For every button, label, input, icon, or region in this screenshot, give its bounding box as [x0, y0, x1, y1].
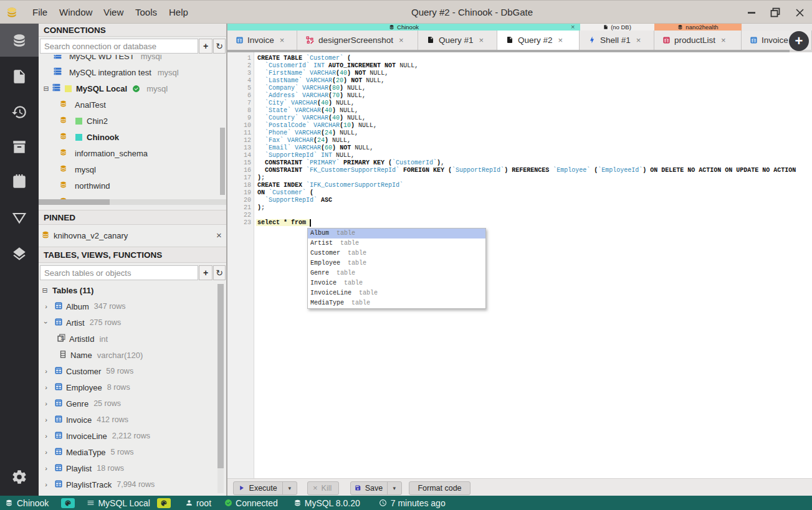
- svg-text:1: 1: [60, 336, 63, 341]
